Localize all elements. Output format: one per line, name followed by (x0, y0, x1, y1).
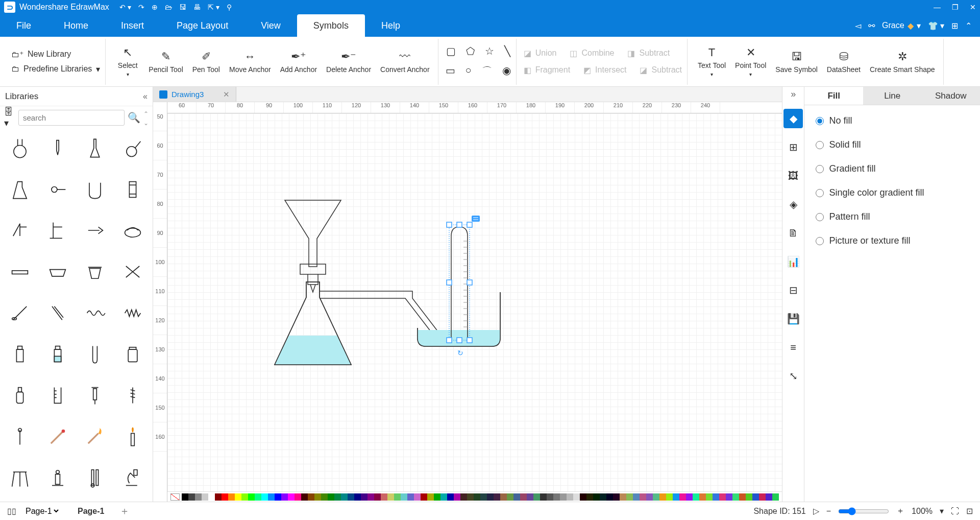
shape-desiccator[interactable] (116, 214, 150, 247)
color-swatch[interactable] (533, 493, 540, 501)
tab-shadow[interactable]: Shadow (921, 87, 980, 105)
close-icon[interactable]: ✕ (970, 3, 976, 11)
color-swatch[interactable] (540, 493, 547, 501)
color-swatch[interactable] (527, 493, 533, 501)
color-swatch[interactable] (434, 493, 440, 501)
shape-burner[interactable] (41, 461, 75, 494)
color-swatch[interactable] (414, 493, 421, 501)
color-swatch[interactable] (295, 493, 301, 501)
line-icon[interactable]: ╲ (504, 45, 510, 57)
color-swatch[interactable] (666, 493, 673, 501)
color-swatch[interactable] (739, 493, 746, 501)
table-panel-icon[interactable]: ⊟ (783, 280, 803, 300)
color-swatch[interactable] (653, 493, 659, 501)
color-swatch[interactable] (182, 493, 188, 501)
zoom-slider[interactable] (838, 507, 889, 515)
color-swatch[interactable] (374, 493, 381, 501)
color-swatch[interactable] (348, 493, 354, 501)
new-library-button[interactable]: 🗀⁺New Library (11, 50, 100, 59)
color-swatch[interactable] (361, 493, 368, 501)
color-swatch[interactable] (719, 493, 726, 501)
shape-dropper[interactable] (41, 132, 75, 164)
datasheet-button[interactable]: ⛁DataSheet (824, 48, 864, 76)
combine-button[interactable]: ◫Combine (570, 49, 614, 58)
color-swatch[interactable] (679, 493, 686, 501)
star-icon[interactable]: ☆ (485, 45, 494, 57)
color-swatch[interactable] (560, 493, 567, 501)
color-swatch[interactable] (354, 493, 361, 501)
color-swatch[interactable] (547, 493, 553, 501)
shape-tweezers[interactable] (41, 297, 75, 329)
shape-connector[interactable] (41, 173, 75, 206)
color-swatch[interactable] (421, 493, 427, 501)
color-swatch[interactable] (188, 493, 195, 501)
shape-tongs[interactable] (116, 255, 150, 288)
color-swatch[interactable] (427, 493, 434, 501)
shape-jar[interactable] (116, 338, 150, 370)
shape-bottle[interactable] (3, 338, 37, 370)
color-swatch[interactable] (275, 493, 281, 501)
color-swatch[interactable] (222, 493, 228, 501)
circle-icon[interactable]: ○ (465, 64, 472, 78)
user-badge[interactable]: Grace ◆ ▾ (882, 21, 921, 31)
color-swatch[interactable] (401, 493, 407, 501)
zoom-dropdown-icon[interactable]: ▾ (940, 506, 944, 516)
scroll-down-icon[interactable]: ⌄ (143, 120, 149, 127)
page-view-icon[interactable]: ▯▯ (7, 506, 16, 516)
menu-symbols[interactable]: Symbols (297, 14, 365, 37)
color-swatch[interactable] (520, 493, 527, 501)
tab-fill[interactable]: Fill (804, 87, 863, 105)
tab-line[interactable]: Line (863, 87, 922, 105)
color-swatch[interactable] (593, 493, 600, 501)
shape-spring[interactable] (116, 297, 150, 329)
arc-icon[interactable]: ⌒ (482, 64, 492, 78)
shape-tripod[interactable] (3, 461, 37, 494)
shape-thermometer[interactable] (79, 461, 112, 494)
transform-panel-icon[interactable]: ⤡ (783, 366, 803, 386)
point-tool-button[interactable]: ✕Point Tool▾ (732, 44, 769, 79)
shape-stopper[interactable] (300, 264, 326, 292)
shape-erlenmeyer[interactable] (275, 282, 351, 365)
subtract-button[interactable]: ◨Subtract (627, 49, 670, 58)
collapse-left-icon[interactable]: « (143, 92, 148, 101)
color-swatch[interactable] (752, 493, 759, 501)
color-swatch[interactable] (228, 493, 235, 501)
color-swatch[interactable] (626, 493, 633, 501)
shape-trough[interactable] (41, 255, 75, 288)
color-swatch[interactable] (487, 493, 494, 501)
color-swatch[interactable] (387, 493, 394, 501)
canvas[interactable]: ↻ (167, 113, 782, 491)
radio-single-gradient-fill[interactable]: Single color gradient fill (816, 187, 969, 198)
convert-anchor-button[interactable]: 〰Convert Anchor (377, 48, 433, 76)
shape-retort[interactable] (116, 132, 150, 164)
color-swatch[interactable] (713, 493, 719, 501)
color-swatch[interactable] (248, 493, 255, 501)
page-selector[interactable]: Page-1 (23, 506, 60, 516)
page-panel-icon[interactable]: 🗎 (783, 223, 803, 243)
scroll-up-icon[interactable]: ⌃ (143, 110, 149, 117)
no-color-swatch[interactable] (170, 493, 180, 501)
color-swatch[interactable] (699, 493, 706, 501)
shape-pin[interactable] (3, 420, 37, 453)
menu-help[interactable]: Help (365, 14, 416, 37)
shape-graduated[interactable] (41, 379, 75, 412)
color-swatch[interactable] (580, 493, 586, 501)
color-swatch[interactable] (567, 493, 573, 501)
shape-candle[interactable] (116, 420, 150, 453)
color-swatch[interactable] (693, 493, 699, 501)
options-icon[interactable]: ⚲ (227, 3, 232, 11)
fill-panel-icon[interactable]: ◆ (783, 109, 803, 128)
layers-panel-icon[interactable]: ◈ (783, 195, 803, 214)
radio-picture-fill[interactable]: Picture or texture fill (816, 235, 969, 246)
color-swatch[interactable] (268, 493, 275, 501)
apps-icon[interactable]: ⊞ (951, 21, 958, 31)
spiral-icon[interactable]: ◉ (502, 64, 511, 78)
shape-flask-erlenmeyer[interactable] (3, 173, 37, 206)
fragment-button[interactable]: ◧Fragment (524, 65, 570, 75)
shape-testtube[interactable] (79, 338, 112, 370)
color-swatch[interactable] (759, 493, 766, 501)
zoom-out-icon[interactable]: − (826, 507, 831, 516)
color-swatch[interactable] (394, 493, 401, 501)
shape-microscope[interactable] (116, 461, 150, 494)
open-icon[interactable]: 🗁 (165, 3, 172, 11)
